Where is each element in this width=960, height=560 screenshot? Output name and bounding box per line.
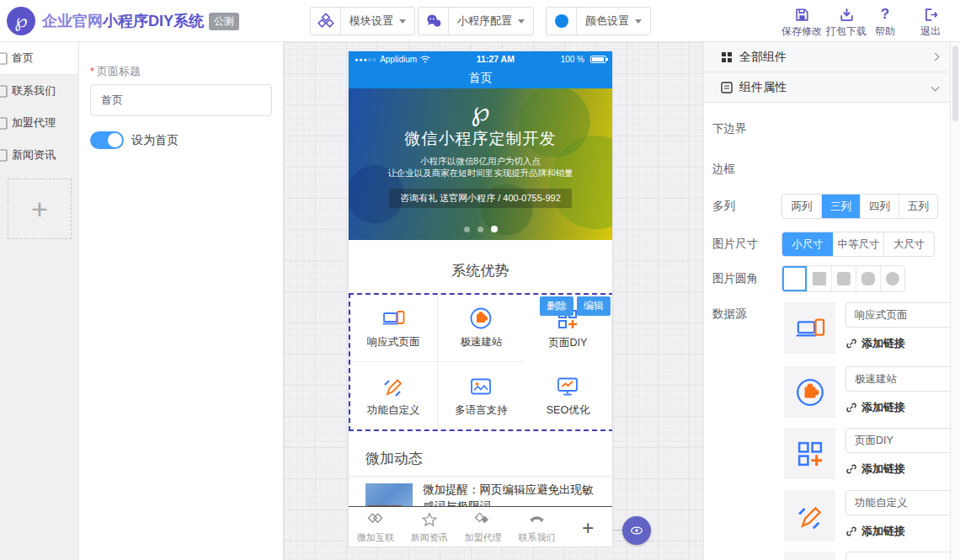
help-button[interactable]: ? 帮助: [866, 5, 904, 39]
app: ℘ 企业官网小程序DIY系统公测 模块设置 小程序配置 颜色设置: [0, 0, 960, 560]
carousel-dot[interactable]: [477, 227, 483, 232]
module-settings-label: 模块设置: [349, 13, 393, 29]
feature-cell-seo[interactable]: SEO优化: [525, 362, 612, 429]
add-link-label: 添加链接: [861, 461, 905, 477]
radius-option-circle[interactable]: [880, 266, 904, 291]
feature-cell-language[interactable]: 多语言支持: [438, 362, 525, 429]
feature-cell-responsive[interactable]: 响应式页面: [350, 295, 438, 362]
help-icon: ?: [866, 5, 904, 24]
sidebar-item-label: 联系我们: [12, 83, 56, 99]
hero-logo-icon: ℘: [349, 97, 612, 125]
plus-icon: +: [582, 516, 594, 539]
hero-banner[interactable]: ℘ 微信小程序定制开发 小程序以微信8亿用户为切入点 让企业以及商家在短时间里实…: [349, 88, 612, 240]
datasource-name-input[interactable]: [845, 428, 950, 453]
datasource-name-input[interactable]: [845, 552, 950, 560]
sidebar-item-home[interactable]: 首页: [0, 42, 78, 75]
page-icon: [0, 51, 9, 66]
datasource-row: 添加链接: [704, 366, 950, 419]
radius-option-large[interactable]: [856, 266, 880, 291]
carousel-dots: [349, 226, 612, 232]
feature-label: 多语言支持: [455, 403, 508, 418]
all-components-header[interactable]: 全部组件: [704, 42, 950, 72]
image-size-segmented-control: 小尺寸 中等尺寸 大尺寸: [781, 232, 935, 257]
preview-connector-line: [613, 530, 622, 531]
sidebar-item-contact[interactable]: 联系我们: [0, 75, 78, 107]
responsive-page-icon: [381, 307, 405, 330]
datasource-row: 添加链接: [704, 490, 950, 542]
columns-option-2[interactable]: 两列: [782, 195, 821, 218]
image-size-small-selected[interactable]: 小尺寸: [782, 232, 833, 256]
phone-status-bar: ●●●○○ Applidium 11:27 AM 100 %: [349, 51, 612, 67]
design-canvas: ●●●○○ Applidium 11:27 AM 100 % 首页 ℘ 微信小程…: [284, 42, 703, 560]
columns-label: 多列: [712, 194, 735, 219]
set-home-toggle[interactable]: [90, 131, 124, 149]
multi-language-icon: [784, 552, 835, 560]
radius-option-square[interactable]: [807, 266, 831, 291]
sidebar-item-news[interactable]: 新闻资讯: [0, 139, 78, 171]
columns-option-4[interactable]: 四列: [860, 195, 899, 218]
download-icon: [823, 5, 870, 24]
image-size-large[interactable]: 大尺寸: [883, 232, 934, 256]
tab-label: 联系我们: [510, 531, 564, 544]
color-settings-dropdown[interactable]: 颜色设置: [546, 7, 651, 35]
image-radius-label: 图片圆角: [712, 265, 758, 292]
chevron-right-icon: [931, 53, 940, 61]
properties-panel: 全部组件 组件属性 下边界 边框 多列 两列 三列 四列: [703, 42, 950, 560]
datasource-name-input[interactable]: [845, 490, 950, 515]
app-title: 企业官网小程序DIY系统公测: [42, 11, 239, 31]
add-link-button[interactable]: 添加链接: [845, 336, 905, 351]
feature-cell-speed[interactable]: 极速建站: [438, 295, 525, 362]
phone-icon: [528, 512, 546, 527]
tab-label: 新闻资讯: [403, 531, 456, 544]
border-label: 边框: [712, 160, 735, 179]
datasource-name-input[interactable]: [845, 302, 950, 328]
miniprogram-config-dropdown[interactable]: 小程序配置: [418, 7, 534, 35]
pages-sidebar: 首页 联系我们 加盟代理 新闻资讯 +: [0, 42, 79, 560]
datasource-name-input[interactable]: [845, 366, 950, 392]
save-icon: [778, 5, 825, 24]
page-title-input[interactable]: [90, 84, 272, 116]
tab-add-button[interactable]: +: [564, 516, 612, 540]
radius-option-small[interactable]: [831, 266, 856, 291]
preview-button[interactable]: [622, 516, 651, 545]
add-link-button[interactable]: 添加链接: [845, 524, 905, 539]
save-button[interactable]: 保存修改: [778, 5, 825, 39]
page-icon: [0, 84, 9, 99]
bottom-border-row: 下边界: [704, 120, 950, 138]
sidebar-item-label: 首页: [12, 51, 34, 66]
component-props-header[interactable]: 组件属性: [704, 72, 950, 103]
hero-subtitle-2: 让企业以及商家在短时间里实现提升品牌和销量: [349, 167, 612, 179]
tab-news[interactable]: 新闻资讯: [403, 512, 456, 544]
download-button[interactable]: 打包下载: [823, 5, 870, 39]
panel-scrollbar[interactable]: [950, 42, 960, 560]
feature-cell-custom[interactable]: 功能自定义: [350, 362, 438, 429]
module-settings-dropdown[interactable]: 模块设置: [310, 7, 415, 35]
tab-agent[interactable]: 加盟代理: [456, 512, 510, 544]
advantages-title: 系统优势: [349, 240, 612, 280]
news-section-title: 微加动态: [349, 437, 612, 468]
link-icon: [845, 463, 857, 475]
sidebar-item-agent[interactable]: 加盟代理: [0, 107, 78, 139]
selected-feature-grid-component[interactable]: 删除 编辑 响应式页面 极速建站 页面DIY 功能自定义: [349, 293, 613, 431]
add-link-button[interactable]: 添加链接: [845, 461, 905, 477]
beta-badge: 公测: [209, 13, 239, 30]
add-link-button[interactable]: 添加链接: [845, 400, 905, 415]
carousel-dot[interactable]: [464, 227, 470, 232]
tab-label: 微加互联: [349, 531, 403, 544]
scrollbar-thumb[interactable]: [952, 45, 958, 121]
datasource-row: 添加链接: [704, 302, 950, 355]
columns-option-5[interactable]: 五列: [899, 195, 937, 218]
columns-option-3-selected[interactable]: 三列: [821, 195, 860, 218]
image-size-medium[interactable]: 中等尺寸: [833, 232, 883, 256]
exit-button[interactable]: 退出: [911, 5, 950, 39]
edit-component-button[interactable]: 编辑: [577, 296, 611, 316]
carousel-dot-active[interactable]: [491, 226, 498, 232]
tab-weijia[interactable]: 微加互联: [349, 512, 403, 544]
tab-contact[interactable]: 联系我们: [510, 512, 564, 544]
link-icon: [845, 525, 857, 537]
delete-component-button[interactable]: 删除: [540, 296, 573, 316]
add-page-button[interactable]: +: [8, 179, 72, 239]
news-item[interactable]: 网站编辑 微加提醒：网页编辑应避免出现敏感词与极限词: [349, 477, 612, 506]
radius-option-none-selected[interactable]: [782, 266, 807, 291]
custom-function-icon: [381, 375, 405, 398]
